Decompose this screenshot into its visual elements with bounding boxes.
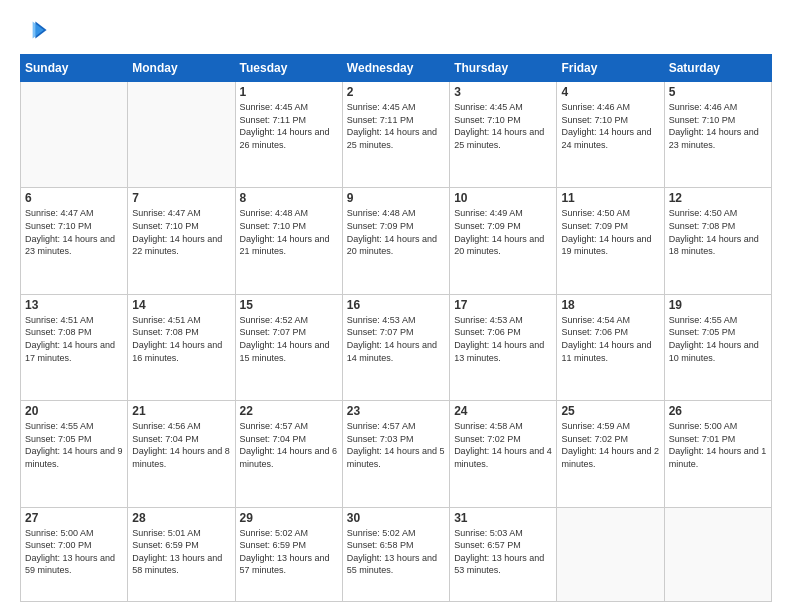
cell-info: Sunrise: 4:50 AMSunset: 7:09 PMDaylight:… — [561, 207, 659, 257]
calendar-week-row: 20Sunrise: 4:55 AMSunset: 7:05 PMDayligh… — [21, 401, 772, 507]
calendar-cell: 3Sunrise: 4:45 AMSunset: 7:10 PMDaylight… — [450, 82, 557, 188]
calendar-cell — [557, 507, 664, 601]
cell-info: Sunrise: 4:45 AMSunset: 7:11 PMDaylight:… — [347, 101, 445, 151]
calendar-cell: 8Sunrise: 4:48 AMSunset: 7:10 PMDaylight… — [235, 188, 342, 294]
calendar-cell: 6Sunrise: 4:47 AMSunset: 7:10 PMDaylight… — [21, 188, 128, 294]
cell-info: Sunrise: 4:59 AMSunset: 7:02 PMDaylight:… — [561, 420, 659, 470]
calendar-week-row: 1Sunrise: 4:45 AMSunset: 7:11 PMDaylight… — [21, 82, 772, 188]
calendar-day-header: Wednesday — [342, 55, 449, 82]
cell-info: Sunrise: 5:00 AMSunset: 7:01 PMDaylight:… — [669, 420, 767, 470]
cell-info: Sunrise: 4:53 AMSunset: 7:06 PMDaylight:… — [454, 314, 552, 364]
cell-info: Sunrise: 5:03 AMSunset: 6:57 PMDaylight:… — [454, 527, 552, 577]
calendar-day-header: Monday — [128, 55, 235, 82]
day-number: 21 — [132, 404, 230, 418]
calendar-cell: 25Sunrise: 4:59 AMSunset: 7:02 PMDayligh… — [557, 401, 664, 507]
day-number: 2 — [347, 85, 445, 99]
calendar-day-header: Saturday — [664, 55, 771, 82]
cell-info: Sunrise: 4:52 AMSunset: 7:07 PMDaylight:… — [240, 314, 338, 364]
day-number: 11 — [561, 191, 659, 205]
calendar-cell: 22Sunrise: 4:57 AMSunset: 7:04 PMDayligh… — [235, 401, 342, 507]
calendar-cell: 26Sunrise: 5:00 AMSunset: 7:01 PMDayligh… — [664, 401, 771, 507]
logo — [20, 16, 52, 44]
cell-info: Sunrise: 4:58 AMSunset: 7:02 PMDaylight:… — [454, 420, 552, 470]
day-number: 1 — [240, 85, 338, 99]
cell-info: Sunrise: 4:55 AMSunset: 7:05 PMDaylight:… — [25, 420, 123, 470]
calendar-cell: 12Sunrise: 4:50 AMSunset: 7:08 PMDayligh… — [664, 188, 771, 294]
calendar-cell: 14Sunrise: 4:51 AMSunset: 7:08 PMDayligh… — [128, 294, 235, 400]
cell-info: Sunrise: 4:56 AMSunset: 7:04 PMDaylight:… — [132, 420, 230, 470]
calendar-cell — [664, 507, 771, 601]
day-number: 14 — [132, 298, 230, 312]
calendar-cell: 17Sunrise: 4:53 AMSunset: 7:06 PMDayligh… — [450, 294, 557, 400]
calendar-cell — [21, 82, 128, 188]
day-number: 3 — [454, 85, 552, 99]
calendar-cell: 10Sunrise: 4:49 AMSunset: 7:09 PMDayligh… — [450, 188, 557, 294]
day-number: 30 — [347, 511, 445, 525]
cell-info: Sunrise: 5:02 AMSunset: 6:58 PMDaylight:… — [347, 527, 445, 577]
cell-info: Sunrise: 5:01 AMSunset: 6:59 PMDaylight:… — [132, 527, 230, 577]
day-number: 18 — [561, 298, 659, 312]
calendar-week-row: 27Sunrise: 5:00 AMSunset: 7:00 PMDayligh… — [21, 507, 772, 601]
day-number: 16 — [347, 298, 445, 312]
day-number: 28 — [132, 511, 230, 525]
day-number: 19 — [669, 298, 767, 312]
cell-info: Sunrise: 4:57 AMSunset: 7:03 PMDaylight:… — [347, 420, 445, 470]
day-number: 4 — [561, 85, 659, 99]
day-number: 17 — [454, 298, 552, 312]
calendar-day-header: Sunday — [21, 55, 128, 82]
day-number: 20 — [25, 404, 123, 418]
page: SundayMondayTuesdayWednesdayThursdayFrid… — [0, 0, 792, 612]
calendar-cell: 5Sunrise: 4:46 AMSunset: 7:10 PMDaylight… — [664, 82, 771, 188]
calendar-cell: 11Sunrise: 4:50 AMSunset: 7:09 PMDayligh… — [557, 188, 664, 294]
calendar-week-row: 6Sunrise: 4:47 AMSunset: 7:10 PMDaylight… — [21, 188, 772, 294]
calendar-week-row: 13Sunrise: 4:51 AMSunset: 7:08 PMDayligh… — [21, 294, 772, 400]
calendar-cell: 29Sunrise: 5:02 AMSunset: 6:59 PMDayligh… — [235, 507, 342, 601]
day-number: 12 — [669, 191, 767, 205]
cell-info: Sunrise: 4:51 AMSunset: 7:08 PMDaylight:… — [25, 314, 123, 364]
cell-info: Sunrise: 4:47 AMSunset: 7:10 PMDaylight:… — [132, 207, 230, 257]
calendar-cell: 28Sunrise: 5:01 AMSunset: 6:59 PMDayligh… — [128, 507, 235, 601]
cell-info: Sunrise: 4:45 AMSunset: 7:10 PMDaylight:… — [454, 101, 552, 151]
cell-info: Sunrise: 4:47 AMSunset: 7:10 PMDaylight:… — [25, 207, 123, 257]
day-number: 27 — [25, 511, 123, 525]
cell-info: Sunrise: 4:53 AMSunset: 7:07 PMDaylight:… — [347, 314, 445, 364]
cell-info: Sunrise: 4:55 AMSunset: 7:05 PMDaylight:… — [669, 314, 767, 364]
day-number: 8 — [240, 191, 338, 205]
day-number: 31 — [454, 511, 552, 525]
calendar-cell: 2Sunrise: 4:45 AMSunset: 7:11 PMDaylight… — [342, 82, 449, 188]
cell-info: Sunrise: 5:00 AMSunset: 7:00 PMDaylight:… — [25, 527, 123, 577]
calendar-cell: 18Sunrise: 4:54 AMSunset: 7:06 PMDayligh… — [557, 294, 664, 400]
day-number: 9 — [347, 191, 445, 205]
cell-info: Sunrise: 4:48 AMSunset: 7:09 PMDaylight:… — [347, 207, 445, 257]
calendar-cell: 16Sunrise: 4:53 AMSunset: 7:07 PMDayligh… — [342, 294, 449, 400]
header — [20, 16, 772, 44]
calendar-cell: 30Sunrise: 5:02 AMSunset: 6:58 PMDayligh… — [342, 507, 449, 601]
calendar-cell: 20Sunrise: 4:55 AMSunset: 7:05 PMDayligh… — [21, 401, 128, 507]
cell-info: Sunrise: 4:46 AMSunset: 7:10 PMDaylight:… — [561, 101, 659, 151]
calendar-cell: 13Sunrise: 4:51 AMSunset: 7:08 PMDayligh… — [21, 294, 128, 400]
calendar-cell: 19Sunrise: 4:55 AMSunset: 7:05 PMDayligh… — [664, 294, 771, 400]
day-number: 22 — [240, 404, 338, 418]
cell-info: Sunrise: 4:51 AMSunset: 7:08 PMDaylight:… — [132, 314, 230, 364]
calendar-day-header: Friday — [557, 55, 664, 82]
cell-info: Sunrise: 4:46 AMSunset: 7:10 PMDaylight:… — [669, 101, 767, 151]
day-number: 7 — [132, 191, 230, 205]
calendar-cell: 24Sunrise: 4:58 AMSunset: 7:02 PMDayligh… — [450, 401, 557, 507]
day-number: 15 — [240, 298, 338, 312]
calendar-cell: 21Sunrise: 4:56 AMSunset: 7:04 PMDayligh… — [128, 401, 235, 507]
day-number: 13 — [25, 298, 123, 312]
calendar-cell: 9Sunrise: 4:48 AMSunset: 7:09 PMDaylight… — [342, 188, 449, 294]
calendar-day-header: Tuesday — [235, 55, 342, 82]
cell-info: Sunrise: 4:49 AMSunset: 7:09 PMDaylight:… — [454, 207, 552, 257]
day-number: 24 — [454, 404, 552, 418]
cell-info: Sunrise: 4:50 AMSunset: 7:08 PMDaylight:… — [669, 207, 767, 257]
calendar-cell: 1Sunrise: 4:45 AMSunset: 7:11 PMDaylight… — [235, 82, 342, 188]
calendar-cell: 31Sunrise: 5:03 AMSunset: 6:57 PMDayligh… — [450, 507, 557, 601]
day-number: 10 — [454, 191, 552, 205]
cell-info: Sunrise: 5:02 AMSunset: 6:59 PMDaylight:… — [240, 527, 338, 577]
cell-info: Sunrise: 4:45 AMSunset: 7:11 PMDaylight:… — [240, 101, 338, 151]
day-number: 25 — [561, 404, 659, 418]
calendar-table: SundayMondayTuesdayWednesdayThursdayFrid… — [20, 54, 772, 602]
day-number: 6 — [25, 191, 123, 205]
calendar-cell: 23Sunrise: 4:57 AMSunset: 7:03 PMDayligh… — [342, 401, 449, 507]
